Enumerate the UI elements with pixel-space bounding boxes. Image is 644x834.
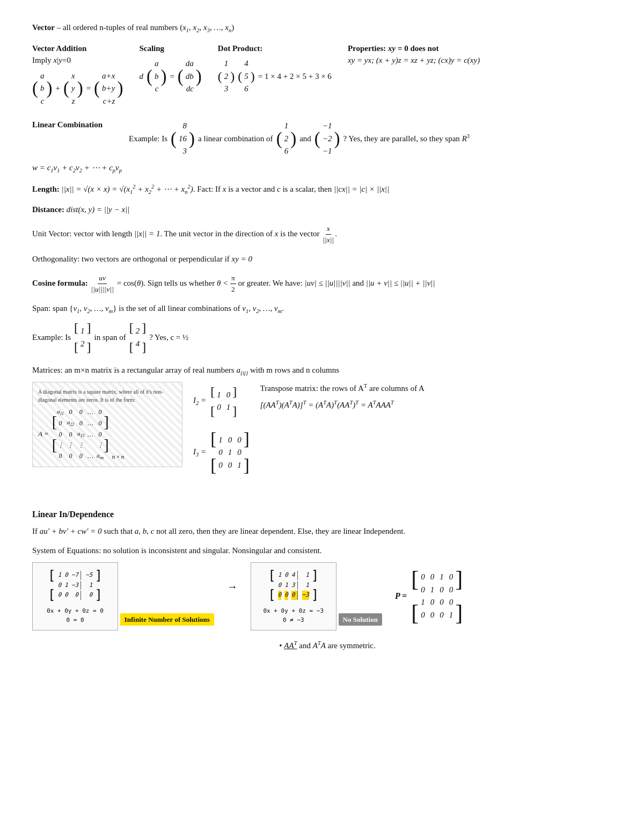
no-solution-label: No Solution — [339, 613, 382, 626]
linear-dependence-title: Linear In/Dependence — [32, 508, 612, 521]
infinite-solutions-block: [ 10−7−5 01−31 0000 ] 0x + 0y + 0z = 0 0… — [32, 562, 214, 631]
orthogonality-section: Orthogonality: two vectors are orthogona… — [32, 253, 612, 265]
infinite-solutions-label: Infinite Number of Solutions — [120, 613, 214, 626]
symmetric-bullet: AAT and ATA are symmetric. — [279, 641, 375, 650]
span-section: Span: span {v1, v2, …, vm} is the set of… — [32, 302, 612, 357]
vector-addition-note: Imply x|y=0 — [32, 54, 123, 67]
transpose-eq: [(AAT)(ATA)]T = (ATA)T(AAT)T = ATAAAT — [260, 398, 425, 411]
vector-addition-block: Vector Addition Imply x|y=0 ( a b c ) + … — [32, 42, 123, 111]
dot-product-eq: ( 1 2 3 ) ( 4 5 6 ) — [218, 56, 332, 96]
vector-addition-eq: ( a b c ) + ( x y z ) — [32, 69, 123, 108]
unit-vector-section: Unit Vector: vector with length ||x|| = … — [32, 223, 612, 246]
linear-combination-label: Linear Combination — [32, 119, 118, 131]
scaling-eq: d ( a b c ) = ( da db dc — [139, 56, 201, 96]
system-equations-section: System of Equations: no solution is inco… — [32, 545, 612, 630]
properties-label: Properties: xy = 0 does not — [348, 44, 439, 53]
linear-combination-example: Example: Is ( 8 16 3 ) a linear combinat… — [129, 119, 470, 158]
diagonal-matrix-box: A diagonal matrix is a square matrix, wh… — [32, 382, 182, 467]
transpose-label: Transpose matrix: the rows of AT are col… — [260, 382, 425, 395]
matrices-layout: A diagonal matrix is a square matrix, wh… — [32, 382, 612, 479]
w-equation: w = c1v1 + c2v2 + ⋯ + cpvp — [32, 162, 612, 175]
linear-combination-section: Linear Combination Example: Is ( 8 16 3 … — [32, 119, 612, 175]
linear-dependence-text: If au' + bv' + cw' = 0 such that a, b, c… — [32, 525, 612, 538]
dot-product-label: Dot Product: — [218, 44, 262, 53]
vector-addition-label: Vector Addition — [32, 44, 86, 53]
diagonal-caption: A diagonal matrix is a square matrix, wh… — [38, 388, 177, 404]
properties-block: Properties: xy = 0 does not xy = yx; (x … — [348, 42, 480, 67]
vector-definition-section: Vector – all ordered n-tuples of real nu… — [32, 21, 612, 35]
length-section: Length: ||x|| = √(x × x) = √(x12 + x22 +… — [32, 183, 612, 197]
no-solution-block: [ 1041 0131 000−3 ] 0x + 0y + 0z = −3 0 … — [251, 562, 382, 631]
system-equations-label: System of Equations: no solution is inco… — [32, 545, 612, 557]
scaling-block: Scaling d ( a b c ) = ( da — [139, 42, 201, 98]
symmetric-section: AAT and ATA are symmetric. — [32, 639, 612, 652]
identity-matrices-block: I2 = [ 10 01 ] I3 = [ 100 010 — [193, 382, 250, 479]
linear-dependence-section: Linear In/Dependence If au' + bv' + cw' … — [32, 508, 612, 538]
vector-operations-section: Vector Addition Imply x|y=0 ( a b c ) + … — [32, 42, 612, 111]
matrices-definition: Matrices: an m×n matrix is a rectangular… — [32, 364, 612, 378]
cosine-section: Cosine formula: uv||u||||v|| = cos(θ). S… — [32, 273, 612, 295]
spacer — [32, 487, 612, 508]
arrow: → — [227, 578, 238, 594]
scaling-label: Scaling — [139, 44, 164, 53]
dot-product-block: Dot Product: ( 1 2 3 ) ( 4 5 6 — [218, 42, 332, 98]
properties-eq: xy = yx; (x + y)z = xz + yz; (cx)y = c(x… — [348, 54, 480, 67]
transpose-block: Transpose matrix: the rows of AT are col… — [260, 382, 425, 411]
distance-section: Distance: dist(x, y) = ||y − x|| — [32, 204, 612, 216]
permutation-matrix-block: P = [ 0010 0100 1000 0001 ] — [395, 562, 463, 630]
matrices-section: Matrices: an m×n matrix is a rectangular… — [32, 364, 612, 479]
vector-label: Vector — [32, 23, 55, 32]
